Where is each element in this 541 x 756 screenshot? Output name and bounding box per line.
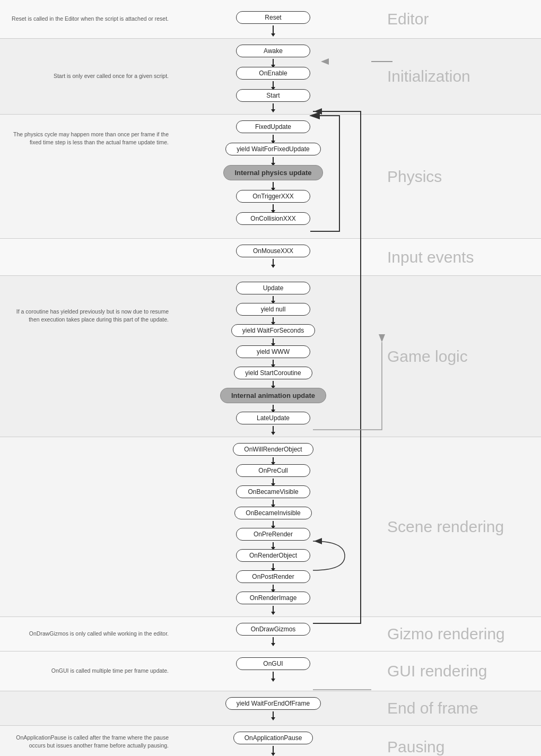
arrow-pause-disable bbox=[273, 746, 274, 753]
arrow-visible-invisible bbox=[273, 500, 274, 505]
gizmo-right: Gizmo rendering bbox=[371, 617, 541, 651]
node-onrenderobject: OnRenderObject bbox=[236, 549, 310, 562]
editor-note: Reset is called in the Editor when the s… bbox=[0, 0, 175, 38]
section-initialization: Start is only ever called once for a giv… bbox=[0, 39, 541, 115]
arrow-yieldnull-seconds bbox=[273, 317, 274, 323]
gamelogic-note: If a coroutine has yielded previously bu… bbox=[0, 276, 175, 437]
gamelogic-left-text: If a coroutine has yielded previously bu… bbox=[6, 308, 169, 324]
endframe-note bbox=[0, 691, 175, 725]
pausing-right: Pausing bbox=[371, 726, 541, 756]
section-gamelogic: If a coroutine has yielded previously bu… bbox=[0, 276, 541, 437]
node-update: Update bbox=[236, 282, 310, 294]
gizmo-note: OnDrawGizmos is only called while workin… bbox=[0, 617, 175, 651]
arrow-internal-trigger bbox=[273, 182, 274, 188]
node-onbecamevisible: OnBecameVisible bbox=[236, 485, 310, 498]
gamelogic-right: Game logic bbox=[371, 276, 541, 437]
input-note bbox=[0, 239, 175, 275]
node-internal-animation: Internal animation update bbox=[220, 388, 326, 403]
node-ondrawgizmos: OnDrawGizmos bbox=[236, 623, 310, 636]
gui-right: GUI rendering bbox=[371, 651, 541, 691]
editor-center: Reset bbox=[175, 0, 371, 38]
input-right: Input events bbox=[371, 239, 541, 275]
init-note: Start is only ever called once for a giv… bbox=[0, 39, 175, 114]
arrow-willrender-precull bbox=[273, 457, 274, 463]
node-onprecull: OnPreCull bbox=[236, 464, 310, 477]
section-rendering: OnWillRenderObject OnPreCull OnBecameVis… bbox=[0, 437, 541, 617]
label-initialization: Initialization bbox=[387, 67, 470, 85]
node-yieldwaitforendofframe: yield WaitForEndOfFrame bbox=[225, 697, 321, 710]
arrow-renderobject-postrender bbox=[273, 563, 274, 569]
endframe-center: yield WaitForEndOfFrame bbox=[175, 691, 371, 725]
node-ongui: OnGUI bbox=[236, 657, 310, 670]
pausing-note: OnApplicationPause is called after the f… bbox=[0, 726, 175, 756]
arrow-trigger-collision bbox=[273, 204, 274, 211]
node-yield-waitforfixed: yield WaitForFixedUpdate bbox=[225, 143, 321, 155]
section-endframe: yield WaitForEndOfFrame End of frame bbox=[0, 691, 541, 726]
physics-right: Physics bbox=[371, 115, 541, 238]
arrow-awake-onenable bbox=[273, 59, 274, 65]
arrow-fixed-yield bbox=[273, 135, 274, 141]
arrow-yield-internal bbox=[273, 157, 274, 163]
input-center: OnMouseXXX bbox=[175, 239, 371, 275]
label-gizmo: Gizmo rendering bbox=[387, 625, 505, 643]
node-reset: Reset bbox=[236, 11, 310, 24]
rendering-center: OnWillRenderObject OnPreCull OnBecameVis… bbox=[175, 437, 371, 616]
node-onenable: OnEnable bbox=[236, 67, 310, 80]
arrow-precull-becamevisible bbox=[273, 479, 274, 484]
init-center: Awake OnEnable Start bbox=[175, 39, 371, 114]
physics-note: The physics cycle may happen more than o… bbox=[0, 115, 175, 238]
node-yieldstartcoroutine: yield StartCoroutine bbox=[234, 367, 312, 379]
arrow-animation-late bbox=[273, 405, 274, 410]
label-gamelogic: Game logic bbox=[387, 347, 468, 366]
node-awake: Awake bbox=[236, 45, 310, 57]
node-onwillrenderobject: OnWillRenderObject bbox=[233, 443, 313, 456]
gui-left-text: OnGUI is called multiple time per frame … bbox=[51, 667, 169, 675]
node-start: Start bbox=[236, 89, 310, 102]
arrow-renderimage-gizmo bbox=[273, 606, 274, 612]
arrow-www-startcoroutine bbox=[273, 360, 274, 365]
arrow-mouse-update bbox=[273, 259, 274, 265]
gamelogic-center: Update yield null yield WaitForSeconds y… bbox=[175, 276, 371, 437]
arrow-invisible-prerender bbox=[273, 521, 274, 526]
arrow-start-fixed bbox=[273, 103, 274, 110]
label-gui: GUI rendering bbox=[387, 662, 487, 680]
init-right: Initialization bbox=[371, 39, 541, 114]
arrow-seconds-www bbox=[273, 338, 274, 344]
node-ontriggerxxx: OnTriggerXXX bbox=[236, 190, 310, 203]
editor-right: Editor bbox=[371, 0, 541, 38]
pausing-center: OnApplicationPause bbox=[175, 726, 371, 756]
arrow-postrender-renderimage bbox=[273, 585, 274, 590]
arrow-late-scene bbox=[273, 426, 274, 432]
endframe-right: End of frame bbox=[371, 691, 541, 725]
label-rendering: Scene rendering bbox=[387, 518, 504, 536]
node-onmousexxx: OnMouseXXX bbox=[236, 245, 310, 257]
gui-center: OnGUI bbox=[175, 651, 371, 691]
physics-center: FixedUpdate yield WaitForFixedUpdate Int… bbox=[175, 115, 371, 238]
arrow-prerender-renderobject bbox=[273, 542, 274, 548]
gui-note: OnGUI is called multiple time per frame … bbox=[0, 651, 175, 691]
section-editor: Reset is called in the Editor when the s… bbox=[0, 0, 541, 39]
arrow-coroutine-animation bbox=[273, 381, 274, 386]
node-lateupdate: LateUpdate bbox=[236, 412, 310, 424]
node-onbecameinvisible: OnBecameInvisible bbox=[234, 507, 311, 519]
node-yieldwaitforseconds: yield WaitForSeconds bbox=[231, 324, 315, 337]
section-physics: The physics cycle may happen more than o… bbox=[0, 115, 541, 239]
label-editor: Editor bbox=[387, 10, 429, 28]
section-gui: OnGUI is called multiple time per frame … bbox=[0, 651, 541, 691]
gizmo-center: OnDrawGizmos bbox=[175, 617, 371, 651]
editor-left-text: Reset is called in the Editor when the s… bbox=[12, 15, 169, 23]
label-physics: Physics bbox=[387, 168, 442, 186]
rendering-note bbox=[0, 437, 175, 616]
label-endframe: End of frame bbox=[387, 699, 478, 717]
node-onpostrender: OnPostRender bbox=[236, 570, 310, 583]
arrow-gizmo-gui bbox=[273, 637, 274, 644]
node-internal-physics: Internal physics update bbox=[223, 165, 322, 180]
physics-left-text: The physics cycle may happen more than o… bbox=[6, 131, 169, 146]
node-oncollisionxxx: OnCollisionXXX bbox=[236, 212, 310, 225]
node-yieldwww: yield WWW bbox=[236, 345, 310, 358]
label-pausing: Pausing bbox=[387, 738, 444, 756]
pausing-left-text: OnApplicationPause is called after the f… bbox=[6, 734, 169, 750]
node-onapplicationpause: OnApplicationPause bbox=[233, 732, 313, 744]
diagram-container: Reset is called in the Editor when the s… bbox=[0, 0, 541, 756]
arrow-onenable-start bbox=[273, 81, 274, 88]
